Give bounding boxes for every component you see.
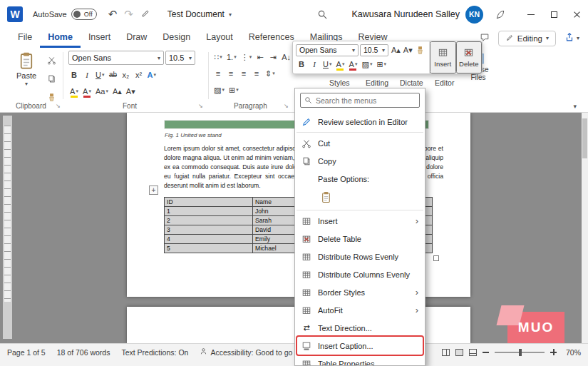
grow-font-button[interactable]: A▴ [111,85,123,98]
scrollbar-thumb[interactable] [582,118,587,158]
borders-button[interactable]: ⊞▾ [227,83,240,96]
indent-button[interactable]: ⇥ [267,51,279,63]
line-spacing-button[interactable]: ⇕▾ [264,67,277,80]
status-item-page-of[interactable]: Page 1 of 5 [7,347,46,357]
menu-item-review-selection-in-editor[interactable]: Review selection in Editor [295,113,425,131]
redo-icon[interactable]: ↷ [124,8,133,21]
change-case-button[interactable]: Aa▾ [94,85,110,98]
dictate-button-label[interactable]: Dictate [400,78,423,87]
scissors-button[interactable] [46,54,58,66]
italic-button[interactable]: I [81,68,93,81]
underline-button[interactable]: U▾ [321,58,333,71]
grow-font-button[interactable]: A▴ [390,44,402,56]
web-layout-icon[interactable] [469,349,477,356]
font-dialog-launcher-icon[interactable]: ↘ [198,103,203,109]
menu-item-copy[interactable]: Copy [295,152,425,170]
strikethrough-button[interactable]: ab [107,68,118,81]
insert-table-button[interactable]: Insert [430,41,456,73]
table-resize-handle[interactable] [433,255,439,261]
read-mode-icon[interactable] [442,349,450,356]
superscript-button[interactable]: x² [133,68,144,81]
subscript-button[interactable]: x₂ [120,68,131,81]
font-name-select[interactable]: Open Sans ▾ [68,51,164,65]
justify-button[interactable]: ≡ [251,67,262,80]
menu-item-distribute-columns-evenly[interactable]: Distribute Columns Evenly [295,265,425,283]
user-name[interactable]: Kawusara Nurudeen Salley [352,9,460,19]
table-header-cell[interactable]: ID [165,198,253,207]
minimize-button[interactable] [520,3,542,26]
numbering-button[interactable]: 1.▾ [225,51,238,63]
menu-search-input[interactable] [316,96,416,105]
menu-item-distribute-rows-evenly[interactable]: Distribute Rows Evenly [295,248,425,265]
menu-item-border-styles[interactable]: Border Styles› [295,283,425,301]
tab-home[interactable]: Home [40,29,81,48]
tab-insert[interactable]: Insert [81,29,118,48]
bold-button[interactable]: B [68,68,80,81]
table-cell[interactable]: 2 [165,216,253,225]
text-highlight-button[interactable]: A▾ [334,58,346,71]
editing-mode-button[interactable]: Editing ▾ [498,31,556,46]
maximize-button[interactable] [542,3,565,26]
zoom-slider-thumb[interactable] [519,349,522,356]
font-color-button[interactable]: A▾ [81,85,93,98]
bullets-button[interactable]: ∷▾ [212,51,224,63]
menu-item-table-properties[interactable]: Table Properties... [295,355,425,366]
paste-button[interactable]: Paste ▾ [10,51,43,87]
align-left-button[interactable]: ≡ [212,67,224,80]
close-button[interactable] [565,3,588,26]
tab-draw[interactable]: Draw [118,29,155,48]
undo-icon[interactable]: ↶ [108,8,118,21]
avatar[interactable]: KN [465,6,483,24]
word-app-icon[interactable]: W [7,6,23,22]
zoom-out-icon[interactable] [483,352,489,353]
pen-icon[interactable] [140,9,150,21]
format-painter-button[interactable] [414,44,426,56]
shading-button[interactable]: ▨▾ [360,58,373,71]
search-icon[interactable] [317,9,328,20]
text-highlight-button[interactable]: A▾ [68,85,80,98]
shading-button[interactable]: ▨▾ [212,83,226,96]
sort-button[interactable]: A↓ [280,51,292,63]
autosave-toggle[interactable]: Off [71,9,97,20]
bold-button[interactable]: B [296,58,307,71]
editing-group-label[interactable]: Editing [366,78,388,87]
table-cell[interactable]: 1 [165,207,253,216]
vertical-scrollbar[interactable] [582,113,588,343]
delete-table-button[interactable]: Delete [456,41,483,73]
table-cell[interactable]: 5 [165,244,253,253]
menu-item-text-direction[interactable]: ⇄Text Direction... [295,319,425,337]
borders-button[interactable]: ⊞▾ [375,58,388,71]
editor-button-label[interactable]: Editor [435,78,454,87]
menu-item-insert[interactable]: Insert› [295,212,425,230]
menu-search-box[interactable] [300,93,420,108]
font-color-button[interactable]: A▾ [347,58,359,71]
copy-button[interactable] [46,72,58,85]
styles-button-label[interactable]: Styles [329,78,350,87]
table-move-handle[interactable]: + [149,185,158,195]
shrink-font-button[interactable]: A▾ [125,85,137,98]
menu-item-autofit[interactable]: AutoFit› [295,301,425,319]
paste-option-button[interactable] [316,189,335,208]
outdent-button[interactable]: ⇤ [254,51,266,63]
green-table-cell[interactable] [164,120,296,129]
mini-font-size-select[interactable]: 10.5 ▾ [360,44,388,56]
mini-font-name-select[interactable]: Open Sans ▾ [296,44,359,56]
zoom-slider[interactable] [495,352,545,353]
table-cell[interactable]: 4 [165,235,253,244]
share-button[interactable]: ▾ [564,32,579,45]
quill-icon[interactable] [495,9,505,20]
tab-layout[interactable]: Layout [198,29,241,48]
font-size-select[interactable]: 10.5 ▾ [165,51,195,65]
format-painter-button[interactable] [46,91,58,103]
status-item-accessibility-good-to-go[interactable]: Accessibility: Good to go [200,347,292,357]
align-right-button[interactable]: ≡ [238,67,249,80]
table-cell[interactable]: 3 [165,225,253,235]
tab-file[interactable]: File [10,29,40,48]
tab-design[interactable]: Design [155,29,198,48]
paragraph-dialog-launcher-icon[interactable]: ↘ [284,103,289,109]
zoom-level[interactable]: 70% [562,348,581,357]
zoom-in-icon[interactable] [550,349,557,355]
menu-item-cut[interactable]: Cut [295,134,425,152]
align-center-button[interactable]: ≡ [225,67,237,80]
document-title[interactable]: Test Document ▾ [167,9,232,19]
